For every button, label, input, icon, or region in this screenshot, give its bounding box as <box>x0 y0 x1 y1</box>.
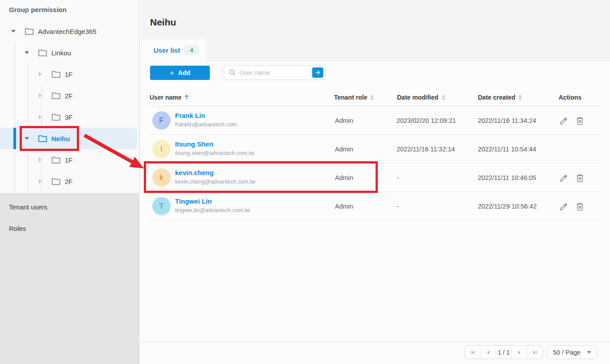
tree-item-neihu-1f[interactable]: 1F <box>0 149 137 171</box>
caret-down-icon[interactable] <box>11 29 16 34</box>
tree-item-label: 2F <box>65 178 73 185</box>
tree-item-linkou-3f[interactable]: 3F <box>0 106 137 128</box>
sort-icon[interactable] <box>442 95 445 100</box>
date-created-cell: 2022/11/29 10:56:42 <box>478 192 537 221</box>
delete-icon[interactable] <box>575 201 585 212</box>
footer-divider <box>141 342 610 342</box>
user-name-link[interactable]: Tingwei Lin <box>175 197 212 205</box>
user-name-link[interactable]: kevin.cheng <box>175 169 214 176</box>
page-size-value: 50 / Page <box>553 349 581 356</box>
date-modified-cell: 2023/02/20 12:09:21 <box>397 106 456 135</box>
page-indicator: 1 / 1 <box>496 346 511 359</box>
caret-right-icon[interactable] <box>38 179 43 184</box>
tenant-role-cell: Admin <box>335 106 353 135</box>
tenant-role-cell: Admin <box>335 192 353 221</box>
folder-icon <box>38 48 48 58</box>
table-header-row: User name Tenant role Date modified Date… <box>150 88 601 106</box>
table-row-kevin-cheng: k kevin.cheng kevin.cheng@advantech.com.… <box>150 163 601 192</box>
folder-icon <box>51 112 61 122</box>
previous-page-button[interactable] <box>480 346 496 359</box>
date-created-cell: 2022/11/11 10:46:05 <box>478 163 536 192</box>
edit-icon[interactable] <box>559 116 569 126</box>
column-header-actions: Actions <box>559 88 581 106</box>
column-header-date-created[interactable]: Date created <box>478 88 522 106</box>
tree-item-advantechedge365[interactable]: AdvantechEdge365 <box>0 21 137 42</box>
tab-user-list[interactable]: User list 4 <box>141 39 206 61</box>
sidebar-item-roles[interactable]: Roles <box>0 218 139 239</box>
edit-icon[interactable] <box>559 201 569 212</box>
first-page-button[interactable] <box>465 346 480 359</box>
pagination-group: 1 / 1 <box>464 345 543 359</box>
page-size-select[interactable]: 50 / Page <box>547 345 597 359</box>
folder-icon <box>51 91 61 101</box>
user-email: franklin@advantech.com <box>175 121 237 128</box>
column-header-user-name[interactable]: User name <box>150 88 188 106</box>
edit-icon[interactable] <box>559 173 569 183</box>
last-page-button[interactable] <box>527 346 543 359</box>
sidebar-bottom-section: Tenant users Roles <box>0 193 139 364</box>
table-row: F Frank Lin franklin@advantech.com Admin… <box>150 106 601 135</box>
tree-item-label: 3F <box>65 113 73 121</box>
tree-item-linkou[interactable]: Linkou <box>0 42 137 63</box>
tree-item-neihu-2f[interactable]: 2F <box>0 171 137 192</box>
tree-item-label: Neihu <box>51 135 70 142</box>
sidebar-item-tenant-users[interactable]: Tenant users <box>0 197 139 218</box>
arrow-right-icon <box>314 69 321 76</box>
user-email: itsung.shen@advantech.com.tw <box>175 150 254 156</box>
tree-item-label: 2F <box>65 92 73 100</box>
sort-icon[interactable] <box>370 95 374 100</box>
sort-icon[interactable] <box>518 95 522 100</box>
caret-down-icon[interactable] <box>24 50 29 55</box>
page-title: Neihu <box>150 17 176 28</box>
date-modified-cell: - <box>397 163 399 192</box>
search-submit-button[interactable] <box>312 67 323 78</box>
tree-item-linkou-1f[interactable]: 1F <box>0 63 137 85</box>
folder-icon <box>51 176 61 187</box>
folder-icon <box>38 134 48 144</box>
caret-right-icon[interactable] <box>38 114 43 120</box>
date-modified-cell: 2022/11/16 11:32:14 <box>397 135 455 163</box>
tab-label: User list <box>154 46 180 54</box>
caret-right-icon[interactable] <box>38 93 43 98</box>
add-user-button[interactable]: + Add <box>150 66 210 80</box>
avatar: I <box>152 140 171 158</box>
caret-right-icon[interactable] <box>38 71 43 77</box>
caret-right-icon[interactable] <box>38 157 43 163</box>
tenant-role-cell: Admin <box>335 135 353 163</box>
tree-item-neihu-selected[interactable]: Neihu <box>0 128 137 149</box>
chevron-down-icon <box>587 351 591 354</box>
sidebar-group-permission: Group permission AdvantechEdge365 Linkou… <box>0 0 140 364</box>
date-created-cell: 2022/11/16 11:34:24 <box>478 106 536 135</box>
plus-icon: + <box>170 69 174 77</box>
sort-icon[interactable] <box>185 95 188 100</box>
tree-item-label: Linkou <box>51 49 71 57</box>
avatar: k <box>152 168 171 187</box>
date-created-cell: 2022/11/11 10:54:44 <box>478 135 536 163</box>
caret-down-icon[interactable] <box>24 136 29 141</box>
sidebar-title: Group permission <box>9 6 67 13</box>
avatar: T <box>152 197 171 215</box>
user-email: kevin.cheng@advantech.com.tw <box>175 179 255 185</box>
main-header-area: Neihu User list 4 <box>141 0 610 61</box>
user-name-link[interactable]: Itsung Shen <box>175 140 213 148</box>
user-count-badge: 4 <box>184 46 199 55</box>
add-button-label: Add <box>178 69 190 76</box>
last-page-icon <box>532 349 538 356</box>
first-page-icon <box>469 349 476 356</box>
tree-selection-indicator <box>13 128 16 149</box>
user-name-link[interactable]: Frank Lin <box>175 112 205 119</box>
avatar: F <box>152 111 171 130</box>
user-email: tingwei.lin@advantech.com.tw <box>175 207 250 213</box>
delete-icon[interactable] <box>575 116 585 126</box>
column-header-tenant-role[interactable]: Tenant role <box>334 88 374 106</box>
search-input[interactable] <box>239 69 312 76</box>
column-header-date-modified[interactable]: Date modified <box>397 88 445 106</box>
tree-item-label: 1F <box>65 156 73 164</box>
tree-item-linkou-2f[interactable]: 2F <box>0 85 137 106</box>
tree-item-label: AdvantechEdge365 <box>38 28 96 35</box>
tree-item-label: 1F <box>65 71 73 78</box>
delete-icon[interactable] <box>575 173 585 183</box>
search-box <box>224 65 326 80</box>
next-page-button[interactable] <box>511 346 527 359</box>
folder-icon <box>51 155 61 165</box>
